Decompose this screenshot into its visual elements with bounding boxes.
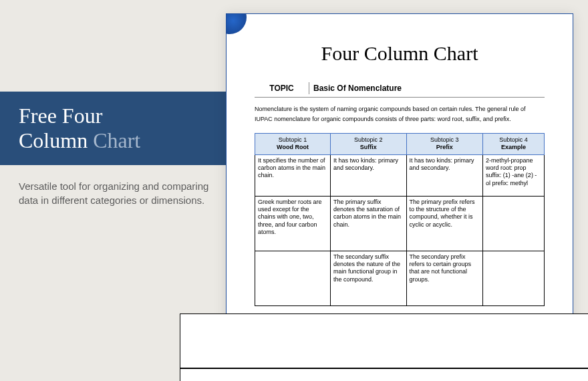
extended-row-bg [180,368,588,381]
cell: 2-methyl-propane word root: prop suffix:… [483,154,545,196]
banner-word-1: Free [19,104,57,128]
col-header-4: Subtopic 4Example [483,133,545,154]
banner-word-2: Four [62,104,102,128]
intro-paragraph: Nomenclature is the system of naming org… [255,104,545,125]
cell [255,251,331,305]
cell: The secondary prefix refers to certain g… [406,251,482,305]
cell: The primary suffix denotes the saturatio… [331,196,407,251]
table-row: It specifies the number of carbon atoms … [255,154,545,196]
four-column-table: Subtopic 1Wood Root Subtopic 2Suffix Sub… [255,133,545,306]
cell [483,251,545,305]
cell: The primary prefix refers to the structu… [406,196,482,251]
topic-row: TOPIC Basic Of Nomenclature [255,82,545,98]
topic-label: TOPIC [255,82,309,94]
cell: It has two kinds: primary and secondary. [331,154,407,196]
cell [483,196,545,251]
corner-decoration-icon [227,14,260,47]
table-row: The secondary suffix denotes the nature … [255,251,545,305]
col-header-3: Subtopic 3Prefix [406,133,482,154]
banner-word-4: Chart [93,128,140,152]
banner-word-3: Column [19,128,88,152]
document-preview: Four Column Chart TOPIC Basic Of Nomencl… [226,13,573,381]
description-text: Versatile tool for organizing and compar… [19,179,212,207]
cell: It specifies the number of carbon atoms … [255,154,331,196]
cell: It has two kinds: primary and secondary. [406,154,482,196]
cell: The secondary suffix denotes the nature … [331,251,407,305]
col-header-2: Subtopic 2Suffix [331,133,407,154]
col-header-1: Subtopic 1Wood Root [255,133,331,154]
table-header-row: Subtopic 1Wood Root Subtopic 2Suffix Sub… [255,133,545,154]
extended-row-bg [180,313,588,368]
table-row: Greek number roots are used except for t… [255,196,545,251]
document-title: Four Column Chart [227,42,573,65]
cell: Greek number roots are used except for t… [255,196,331,251]
topic-value: Basic Of Nomenclature [309,82,402,94]
